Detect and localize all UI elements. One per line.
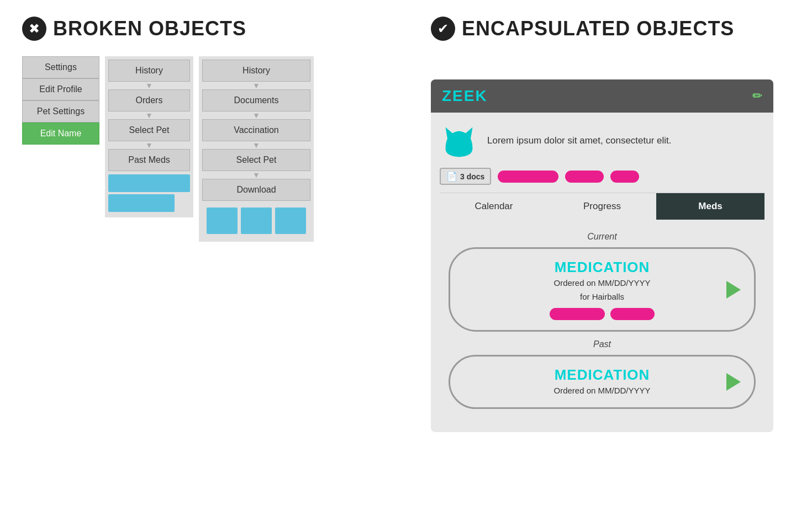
med1-pill-2[interactable] [610, 308, 655, 320]
col2-history[interactable]: History [108, 60, 190, 82]
pink-pill-3[interactable] [610, 171, 639, 183]
med2-desc1: Ordered on MM/DD/YYYY [553, 386, 650, 395]
tab-calendar[interactable]: Calendar [440, 193, 548, 220]
col3-history[interactable]: History [202, 60, 310, 82]
med-card-2[interactable]: MEDICATION Ordered on MM/DD/YYYY [449, 355, 756, 409]
broken-header: ✖ BROKEN OBJECTS [22, 17, 409, 41]
med1-name: MEDICATION [555, 259, 650, 276]
col2-orders[interactable]: Orders [108, 89, 190, 111]
med1-desc1: Ordered on MM/DD/YYYY [553, 278, 650, 288]
pet-name: ZEEK [442, 87, 488, 105]
pet-card-body: Lorem ipsum dolor sit amet, consectetur … [431, 113, 773, 432]
col3-vaccination[interactable]: Vaccination [202, 119, 310, 141]
docs-badge[interactable]: 📄 3 docs [440, 168, 491, 185]
past-label: Past [449, 339, 756, 349]
arrow2: ▼ [108, 111, 190, 119]
pet-info-row: Lorem ipsum dolor sit amet, consectetur … [440, 121, 764, 160]
broken-icon: ✖ [22, 17, 46, 41]
col3-download[interactable]: Download [202, 179, 310, 201]
col3-wrapper: History ▼ Documents ▼ Vaccination ▼ Sele… [199, 56, 314, 242]
edit-icon[interactable]: ✏ [752, 89, 762, 103]
col3-arrow2: ▼ [202, 111, 310, 119]
med1-desc2: for Hairballs [580, 292, 624, 301]
med2-arrow[interactable] [726, 373, 741, 391]
med1-pill-1[interactable] [550, 308, 605, 320]
med1-arrow[interactable] [726, 281, 741, 299]
pet-description: Lorem ipsum dolor sit amet, consectetur … [487, 134, 672, 147]
col1-pet-settings[interactable]: Pet Settings [22, 100, 99, 123]
col3-arrow3: ▼ [202, 141, 310, 149]
col2-past-meds[interactable]: Past Meds [108, 149, 190, 171]
col3-container: History ▼ Documents ▼ Vaccination ▼ Sele… [199, 56, 314, 242]
tab-meds[interactable]: Meds [656, 193, 764, 220]
col3-arrow1: ▼ [202, 82, 310, 89]
blue-block-1 [207, 208, 238, 234]
med-card-1-inner: MEDICATION Ordered on MM/DD/YYYY for Hai… [463, 259, 741, 320]
encapsulated-title: ENCAPSULATED OBJECTS [462, 17, 734, 40]
blue-block-2 [241, 208, 272, 234]
col1-edit-name[interactable]: Edit Name [22, 123, 99, 145]
doc-icon: 📄 [446, 171, 457, 182]
broken-title: BROKEN OBJECTS [53, 17, 246, 40]
col2-container: History ▼ Orders ▼ Select Pet ▼ Past Med… [105, 56, 193, 217]
col2-wrapper: History ▼ Orders ▼ Select Pet ▼ Past Med… [105, 56, 193, 217]
col3-placeholders [202, 203, 310, 238]
cat-avatar [440, 121, 478, 160]
green-triangle-2 [726, 373, 741, 391]
col1: Settings Edit Profile Pet Settings Edit … [22, 56, 99, 145]
med1-pills [550, 308, 655, 320]
encapsulated-header: ✔ ENCAPSULATED OBJECTS [431, 17, 790, 41]
col3-arrow4: ▼ [202, 171, 310, 179]
col3-select-pet[interactable]: Select Pet [202, 149, 310, 171]
encapsulated-icon: ✔ [431, 17, 455, 41]
med-card-1[interactable]: MEDICATION Ordered on MM/DD/YYYY for Hai… [449, 247, 756, 332]
docs-count: 3 docs [460, 172, 484, 181]
pink-pill-2[interactable] [565, 171, 604, 183]
current-label: Current [449, 232, 756, 242]
col1-settings[interactable]: Settings [22, 56, 99, 78]
right-half: ✔ ENCAPSULATED OBJECTS ZEEK ✏ [409, 17, 790, 515]
col3-documents[interactable]: Documents [202, 89, 310, 111]
pet-card: ZEEK ✏ Lorem ipsum dolor sit amet, co [431, 79, 773, 432]
blue-block-3 [275, 208, 306, 234]
tab-progress[interactable]: Progress [548, 193, 656, 220]
arrow1: ▼ [108, 82, 190, 89]
pink-pill-1[interactable] [498, 171, 558, 183]
pet-meta-row: 📄 3 docs [440, 168, 764, 185]
col2-select-pet[interactable]: Select Pet [108, 119, 190, 141]
med-card-2-inner: MEDICATION Ordered on MM/DD/YYYY [463, 366, 741, 397]
col1-edit-profile[interactable]: Edit Profile [22, 78, 99, 100]
arrow3: ▼ [108, 141, 190, 149]
meds-content: Current MEDICATION Ordered on MM/DD/YYYY… [440, 220, 764, 423]
broken-columns: Settings Edit Profile Pet Settings Edit … [22, 56, 409, 242]
pet-card-header: ZEEK ✏ [431, 79, 773, 113]
tabs-row: Calendar Progress Meds [440, 193, 764, 220]
green-triangle-1 [726, 281, 741, 299]
med2-name: MEDICATION [555, 366, 650, 384]
